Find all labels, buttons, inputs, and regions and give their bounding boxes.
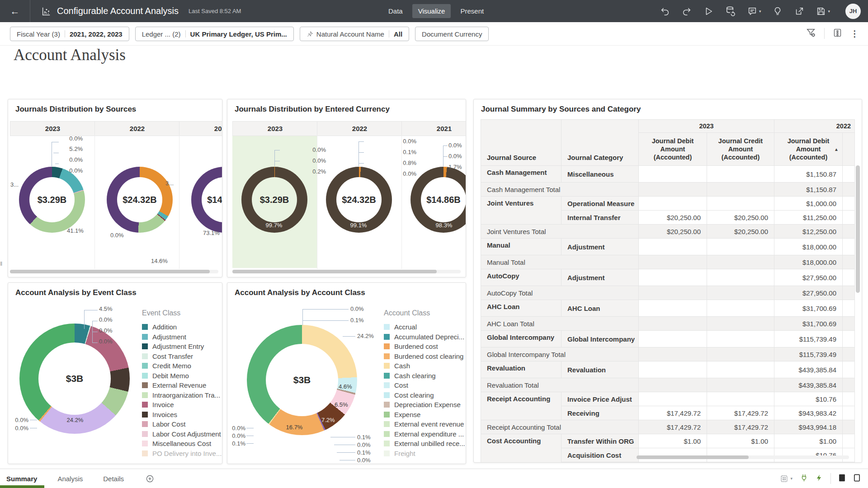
resize-handle[interactable]: ‖ [0, 260, 3, 267]
legend-item[interactable]: Freight [384, 449, 465, 459]
canvas-grid-icon[interactable]: ▾ [780, 474, 793, 483]
auto-apply-icon[interactable] [816, 474, 823, 484]
legend-item[interactable]: Accrual [384, 322, 465, 332]
table-row[interactable]: AHC Loan Total$31,700.69 [481, 317, 855, 331]
year-group-2023[interactable]: 2023 [639, 120, 774, 133]
legend-item[interactable]: Labor Cost Adjustment [142, 429, 222, 439]
donut-account-class[interactable]: $3B [247, 325, 357, 435]
back-button[interactable]: ← [0, 0, 30, 22]
table-row[interactable]: ManualAdjustment$18,000.00 [481, 239, 855, 255]
legend-item[interactable]: Expense [384, 410, 465, 420]
col-header-journal-category[interactable]: Journal Category [561, 120, 639, 166]
vertical-scrollbar[interactable] [856, 165, 860, 293]
undo-icon[interactable] [660, 6, 670, 16]
tab-data[interactable]: Data [382, 4, 409, 18]
legend-item[interactable]: Cost [384, 380, 465, 390]
legend-item[interactable]: Cost Transfer [142, 352, 222, 361]
divider [830, 473, 831, 484]
limit-values-icon[interactable] [833, 28, 842, 39]
canvas-tab-details[interactable]: Details [103, 475, 124, 483]
canvas-tab-summary[interactable]: Summary [6, 475, 37, 483]
legend-item[interactable]: Addition [142, 322, 222, 332]
refresh-connection-icon[interactable] [800, 474, 808, 484]
avatar[interactable]: JH [845, 4, 861, 19]
legend-swatch [384, 353, 390, 359]
legend-item[interactable]: External Revenue [142, 380, 222, 390]
legend-item[interactable]: Miscellaneous Cost [142, 439, 222, 449]
legend-item[interactable]: External unbilled rece... [384, 439, 465, 449]
preview-play-icon[interactable] [703, 6, 713, 16]
legend-item[interactable]: Invoices [142, 410, 222, 420]
legend-item[interactable]: Burdened cost clearing [384, 352, 465, 361]
table-row[interactable]: Cost AccountingTransfer Within ORG$1.00$… [481, 434, 855, 448]
table-row[interactable]: Cash ManagementMiscellaneous$1,150.87 [481, 166, 855, 183]
filter-settings-icon[interactable] [806, 28, 816, 39]
legend-item[interactable]: Adjustment [142, 332, 222, 342]
col-header-debit-2022[interactable]: Journal Debit Amount (Accounted) ▲ [774, 133, 843, 166]
journal-summary-table[interactable]: Journal Source Journal Category 2023 202… [481, 119, 855, 463]
year-group-2022[interactable]: 2022 [774, 120, 855, 133]
sort-ascending-icon[interactable]: ▲ [834, 147, 839, 153]
legend-item[interactable]: Debit Memo [142, 371, 222, 381]
donut-sources-2021[interactable]: $14.86B [191, 167, 222, 233]
viz-account-class[interactable]: Account Analysis by Account Class $3B Ac… [227, 282, 466, 464]
table-row[interactable]: Joint Ventures Total$20,250.00$20,250.00… [481, 225, 855, 239]
refresh-data-icon[interactable] [725, 6, 736, 16]
table-row[interactable]: Cash Management Total$1,150.87 [481, 183, 855, 197]
viz-journals-by-sources[interactable]: Journals Distribution by Sources 2023 20… [8, 99, 222, 277]
legend-item[interactable]: Adjustment Entry [142, 342, 222, 352]
legend-item[interactable]: Cash clearing [384, 371, 465, 381]
save-icon[interactable]: ▾ [816, 6, 830, 16]
legend-item[interactable]: Credit Memo [142, 361, 222, 371]
export-icon[interactable] [794, 6, 804, 16]
table-row[interactable]: RevaluationRevaluation$439,385.84 [481, 361, 855, 378]
donut-sources-2023[interactable]: $3.29B [19, 167, 85, 233]
table-row[interactable]: Receipt Accounting Total$17,429.72$17,42… [481, 420, 855, 434]
filter-chip-ledger[interactable]: Ledger ... (2) UK Primary Ledger, US Pri… [135, 27, 294, 41]
donut-sources-2022[interactable]: $24.32B [107, 167, 173, 233]
redo-icon[interactable] [682, 6, 692, 16]
viz-journals-by-currency[interactable]: Journals Distribution by Entered Currenc… [227, 99, 466, 277]
legend-item[interactable]: Cash [384, 361, 465, 371]
legend-item[interactable]: Labor Cost [142, 419, 222, 429]
table-row[interactable]: Global IntercompanyGlobal Intercompany$1… [481, 331, 855, 347]
legend-item[interactable]: Depreciation Expense [384, 400, 465, 410]
comments-icon[interactable]: ▾ [747, 6, 761, 16]
horizontal-scrollbar[interactable] [10, 270, 210, 273]
table-row[interactable]: Joint VenturesOperational Measure$1,000.… [481, 197, 855, 211]
table-row[interactable]: AHC LoanAHC Loan$31,700.69 [481, 300, 855, 317]
table-row[interactable]: AutoCopyAdjustment$27,950.00 [481, 269, 855, 286]
layout-pane-light-icon[interactable] [853, 473, 861, 484]
add-canvas-icon[interactable] [146, 474, 154, 483]
horizontal-scrollbar[interactable] [637, 455, 749, 459]
legend-item[interactable]: PO Delivery into Inve... [142, 449, 222, 459]
legend-item[interactable]: Intraorganization Tra... [142, 390, 222, 400]
viz-journal-summary-table[interactable]: Journal Summary by Sources and Category … [473, 99, 862, 463]
table-row[interactable]: Manual Total$18,000.00 [481, 255, 855, 269]
filter-chip-natural-account[interactable]: Natural Account Name All [300, 27, 409, 41]
pct-label: 0.0% [350, 305, 364, 312]
filter-chip-fiscal-year[interactable]: Fiscal Year (3) 2021, 2022, 2023 [10, 27, 129, 41]
table-row[interactable]: AutoCopy Total$27,950.00 [481, 286, 855, 300]
legend-item[interactable]: External expenditure ... [384, 429, 465, 439]
col-header-credit-2023[interactable]: Journal Credit Amount (Accounted) [707, 133, 774, 166]
table-row[interactable]: Revaluation Total$439,385.84 [481, 378, 855, 392]
insights-bulb-icon[interactable] [773, 6, 783, 16]
layout-pane-dark-icon[interactable] [838, 473, 846, 484]
horizontal-scrollbar[interactable] [232, 270, 437, 273]
legend-item[interactable]: Invoice [142, 400, 222, 410]
legend-item[interactable]: Burdened cost [384, 342, 465, 352]
legend-item[interactable]: Cost clearing [384, 390, 465, 400]
viz-event-class[interactable]: Account Analysis by Event Class $3B Even… [8, 282, 222, 464]
legend-item[interactable]: Accumulated Depreci... [384, 332, 465, 342]
menu-kebab-icon[interactable]: ⋮ [850, 29, 859, 38]
col-header-debit-2023[interactable]: Journal Debit Amount (Accounted) [639, 133, 707, 166]
canvas-tab-analysis[interactable]: Analysis [57, 475, 83, 483]
filter-chip-document-currency[interactable]: Document Currency [415, 27, 489, 41]
tab-visualize[interactable]: Visualize [412, 4, 451, 18]
legend-item[interactable]: External event revenue [384, 419, 465, 429]
col-header-journal-source[interactable]: Journal Source [481, 120, 561, 166]
table-row[interactable]: Global Intercompany Total$115,739.49 [481, 347, 855, 361]
tab-present[interactable]: Present [454, 4, 490, 18]
table-row[interactable]: Receipt AccountingInvoice Price Adjust$1… [481, 392, 855, 406]
